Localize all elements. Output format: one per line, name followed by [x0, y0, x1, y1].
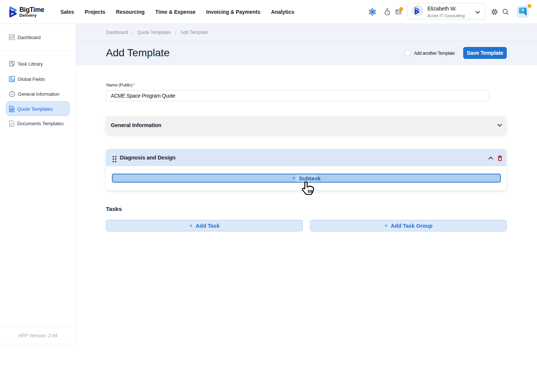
svg-text:s: s [11, 108, 13, 111]
svg-text:?: ? [521, 8, 524, 13]
